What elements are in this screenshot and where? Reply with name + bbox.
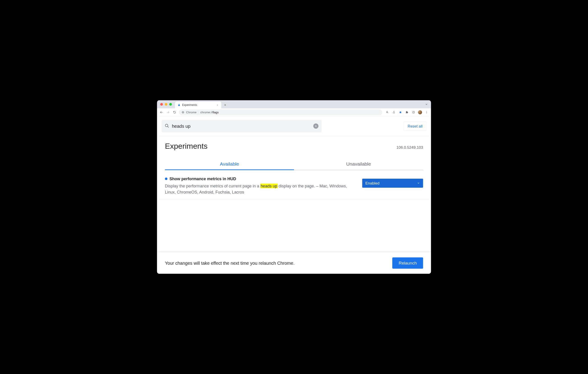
site-chip: Chrome	[186, 111, 199, 114]
clear-search-button[interactable]	[313, 123, 319, 129]
tab-title: Experiments	[182, 103, 197, 107]
flag-title: Show performance metrics in HUD	[169, 176, 236, 181]
forward-button[interactable]	[165, 110, 171, 115]
chrome-version: 106.0.5249.103	[396, 145, 423, 150]
restart-bar: Your changes will take effect the next t…	[157, 252, 431, 274]
url-text: chrome://flags	[200, 111, 219, 114]
flag-row: Show performance metrics in HUD Display …	[157, 170, 431, 200]
svg-point-2	[183, 112, 183, 113]
tab-overflow-button[interactable]	[425, 103, 428, 106]
extensions-icon[interactable]	[404, 110, 410, 115]
restart-message: Your changes will take effect the next t…	[165, 261, 295, 266]
search-highlight: heads up	[260, 184, 278, 188]
flag-state-select[interactable]: Enabled	[362, 179, 423, 188]
chevron-down-icon	[417, 181, 420, 185]
profile-avatar[interactable]	[417, 110, 423, 115]
relaunch-button[interactable]: Relaunch	[392, 258, 423, 269]
zoom-icon[interactable]	[385, 110, 390, 115]
browser-toolbar: Chrome chrome://flags	[157, 108, 431, 116]
search-icon	[165, 124, 169, 129]
flag-description: Display the performance metrics of curre…	[165, 183, 356, 195]
svg-point-8	[165, 124, 168, 127]
flags-search-input[interactable]	[172, 123, 311, 129]
flag-state-value: Enabled	[366, 181, 379, 185]
side-panel-icon[interactable]	[411, 110, 416, 115]
reset-all-button[interactable]: Reset all	[404, 122, 426, 131]
page-title: Experiments	[165, 142, 208, 151]
page-header: Experiments 106.0.5249.103	[157, 136, 431, 152]
tab-available[interactable]: Available	[165, 158, 294, 170]
minimize-window-button[interactable]	[165, 103, 168, 106]
svg-point-5	[426, 111, 427, 112]
browser-window: Experiments Chrome chro	[157, 100, 431, 274]
tab-unavailable[interactable]: Unavailable	[294, 158, 423, 170]
svg-rect-4	[413, 111, 415, 113]
toolbar-actions	[385, 110, 430, 115]
reload-button[interactable]	[172, 110, 178, 115]
fullscreen-window-button[interactable]	[169, 103, 172, 106]
window-controls	[160, 103, 172, 106]
svg-point-6	[426, 112, 427, 112]
flags-search-row: Reset all	[157, 116, 431, 136]
close-tab-button[interactable]	[216, 103, 219, 107]
flags-tabs: Available Unavailable	[165, 158, 423, 170]
address-bar[interactable]: Chrome chrome://flags	[179, 109, 382, 115]
flag-modified-indicator	[165, 178, 168, 180]
tab-strip: Experiments	[157, 100, 431, 108]
flags-search-box[interactable]	[162, 120, 322, 132]
browser-tab[interactable]: Experiments	[175, 101, 221, 108]
menu-button[interactable]	[424, 110, 430, 115]
bookmark-star-icon[interactable]	[398, 110, 403, 115]
page-content: Reset all Experiments 106.0.5249.103 Ava…	[157, 116, 431, 274]
new-tab-button[interactable]	[222, 102, 228, 108]
svg-point-7	[426, 113, 427, 113]
flask-icon	[178, 104, 181, 107]
back-button[interactable]	[159, 110, 164, 115]
flag-info: Show performance metrics in HUD Display …	[165, 176, 356, 195]
close-window-button[interactable]	[160, 103, 163, 106]
chrome-icon	[181, 111, 185, 114]
share-icon[interactable]	[391, 110, 397, 115]
